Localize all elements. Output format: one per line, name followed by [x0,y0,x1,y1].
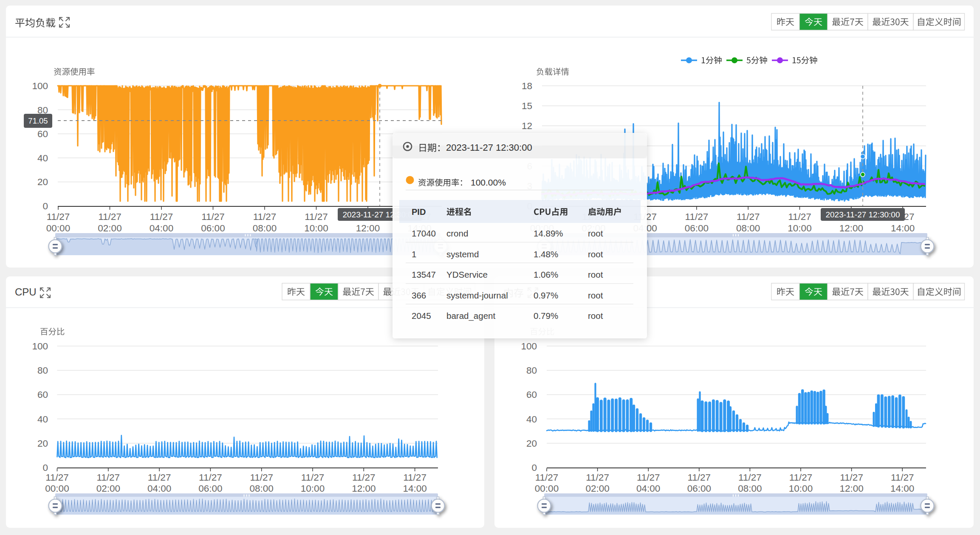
svg-text:11/27: 11/27 [305,211,328,222]
svg-text:root: root [588,290,603,300]
svg-text:00:00: 00:00 [535,483,559,494]
svg-text:2045: 2045 [412,311,431,321]
svg-text:11/27: 11/27 [789,472,813,483]
svg-text:20: 20 [37,438,48,449]
svg-text:04:00: 04:00 [636,483,660,494]
svg-text:12: 12 [522,121,532,131]
svg-text:80: 80 [37,365,48,376]
svg-text:12:00: 12:00 [839,483,863,494]
svg-text:11/27: 11/27 [201,211,225,222]
svg-text:11/27: 11/27 [150,211,173,222]
svg-text:06:00: 06:00 [685,223,709,234]
svg-text:18: 18 [522,81,532,91]
svg-text:40: 40 [37,414,48,425]
svg-text:11/27: 11/27 [788,211,811,222]
svg-text:12:00: 12:00 [356,223,380,234]
svg-text:11/27: 11/27 [637,472,660,483]
svg-text:11/27: 11/27 [45,472,69,483]
svg-text:root: root [588,270,603,279]
svg-text:1: 1 [412,249,416,259]
svg-text:00:00: 00:00 [45,483,69,494]
svg-text:10:00: 10:00 [788,223,811,234]
svg-text:20: 20 [526,438,537,449]
svg-text:04:00: 04:00 [150,223,173,234]
svg-text:14:00: 14:00 [891,223,915,234]
svg-text:11/27: 11/27 [891,472,914,483]
svg-text:13547: 13547 [412,270,436,279]
svg-text:11/27: 11/27 [148,472,171,483]
svg-text:100: 100 [521,341,537,352]
svg-text:06:00: 06:00 [198,483,222,494]
svg-text:60: 60 [37,129,48,139]
svg-text:11/27: 11/27 [738,472,762,483]
svg-text:11/27: 11/27 [199,472,222,483]
svg-text:14:00: 14:00 [403,483,426,494]
svg-text:11/27: 11/27 [96,472,120,483]
svg-text:04:00: 04:00 [147,483,171,494]
svg-text:60: 60 [526,389,537,400]
svg-text:0: 0 [42,201,48,211]
svg-text:root: root [588,311,603,321]
svg-text:11/27: 11/27 [535,472,559,483]
svg-text:17040: 17040 [412,228,436,238]
svg-text:systemd-journal: systemd-journal [446,290,508,300]
svg-text:crond: crond [446,228,468,238]
svg-text:11/27: 11/27 [737,211,760,222]
svg-text:1.06%: 1.06% [534,270,558,279]
svg-text:11/27: 11/27 [840,472,863,483]
svg-text:00:00: 00:00 [46,223,70,234]
svg-text:02:00: 02:00 [585,483,609,494]
svg-text:barad_agent: barad_agent [446,311,495,321]
svg-text:11/27: 11/27 [586,472,609,483]
svg-text:10:00: 10:00 [304,223,328,234]
svg-text:2023-11-27 12:30:00: 2023-11-27 12:30:00 [446,142,532,153]
svg-text:10:00: 10:00 [301,483,325,494]
svg-text:11/27: 11/27 [403,472,426,483]
svg-text:11/27: 11/27 [250,472,273,483]
svg-text:02:00: 02:00 [98,223,121,234]
svg-text:40: 40 [37,153,48,163]
svg-text:60: 60 [37,389,48,400]
svg-text:2023-11-27 12:30:00: 2023-11-27 12:30:00 [825,210,900,219]
svg-text:14.89%: 14.89% [534,228,563,238]
svg-text:11/27: 11/27 [352,472,376,483]
svg-text:11/27: 11/27 [98,211,121,222]
svg-text:100.00%: 100.00% [471,177,506,187]
svg-text:10:00: 10:00 [789,483,813,494]
svg-text:CPU: CPU [15,286,37,298]
svg-text:08:00: 08:00 [250,483,274,494]
svg-text:11/27: 11/27 [47,211,70,222]
svg-text:80: 80 [526,365,537,376]
svg-text:0: 0 [531,462,537,473]
svg-text:80: 80 [37,105,48,115]
svg-text:systemd: systemd [446,249,479,259]
svg-text:08:00: 08:00 [738,483,762,494]
svg-text:11/27: 11/27 [301,472,325,483]
svg-text:PID: PID [412,207,426,217]
svg-text:15: 15 [522,101,532,111]
svg-text:08:00: 08:00 [736,223,760,234]
svg-text:14:00: 14:00 [890,483,914,494]
svg-text:100: 100 [32,81,48,91]
svg-text:06:00: 06:00 [687,483,711,494]
svg-text:40: 40 [526,414,537,425]
svg-text:02:00: 02:00 [96,483,120,494]
svg-text:20: 20 [37,177,48,187]
svg-text:0: 0 [42,462,48,473]
svg-text:06:00: 06:00 [201,223,225,234]
svg-text:root: root [588,228,603,238]
svg-text:100: 100 [32,341,48,352]
svg-text:YDService: YDService [446,270,488,279]
svg-text:11/27: 11/27 [685,211,709,222]
svg-text:11/27: 11/27 [253,211,277,222]
svg-text:0.97%: 0.97% [534,290,558,300]
svg-text:12:00: 12:00 [352,483,376,494]
svg-text:12:00: 12:00 [839,223,863,234]
svg-text:1.48%: 1.48% [534,249,558,259]
svg-text:08:00: 08:00 [253,223,277,234]
svg-text:366: 366 [412,290,426,300]
svg-text:71.05: 71.05 [28,116,48,125]
svg-text:0.79%: 0.79% [534,311,558,321]
svg-text:11/27: 11/27 [687,472,711,483]
svg-text:root: root [588,249,603,259]
